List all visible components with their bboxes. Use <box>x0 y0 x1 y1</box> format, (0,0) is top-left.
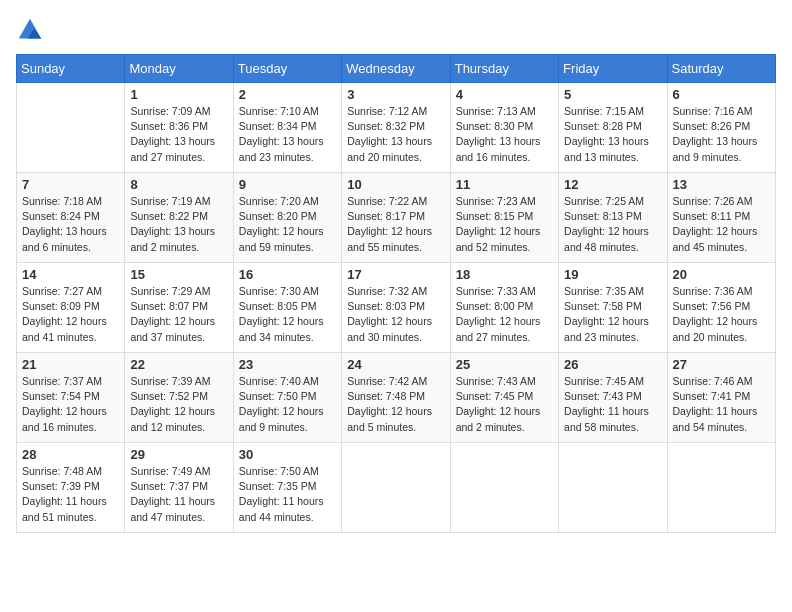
day-number: 15 <box>130 267 227 282</box>
week-row-5: 28Sunrise: 7:48 AM Sunset: 7:39 PM Dayli… <box>17 443 776 533</box>
calendar-cell: 3Sunrise: 7:12 AM Sunset: 8:32 PM Daylig… <box>342 83 450 173</box>
calendar-cell: 18Sunrise: 7:33 AM Sunset: 8:00 PM Dayli… <box>450 263 558 353</box>
logo <box>16 16 48 44</box>
day-number: 1 <box>130 87 227 102</box>
calendar-cell: 5Sunrise: 7:15 AM Sunset: 8:28 PM Daylig… <box>559 83 667 173</box>
calendar-header-row: SundayMondayTuesdayWednesdayThursdayFrid… <box>17 55 776 83</box>
calendar-header-sunday: Sunday <box>17 55 125 83</box>
calendar-cell: 8Sunrise: 7:19 AM Sunset: 8:22 PM Daylig… <box>125 173 233 263</box>
calendar-cell: 12Sunrise: 7:25 AM Sunset: 8:13 PM Dayli… <box>559 173 667 263</box>
calendar-cell: 6Sunrise: 7:16 AM Sunset: 8:26 PM Daylig… <box>667 83 775 173</box>
day-number: 8 <box>130 177 227 192</box>
day-info: Sunrise: 7:30 AM Sunset: 8:05 PM Dayligh… <box>239 284 336 345</box>
calendar-header-friday: Friday <box>559 55 667 83</box>
day-info: Sunrise: 7:26 AM Sunset: 8:11 PM Dayligh… <box>673 194 770 255</box>
day-info: Sunrise: 7:16 AM Sunset: 8:26 PM Dayligh… <box>673 104 770 165</box>
calendar-cell <box>667 443 775 533</box>
calendar-cell: 28Sunrise: 7:48 AM Sunset: 7:39 PM Dayli… <box>17 443 125 533</box>
day-number: 30 <box>239 447 336 462</box>
day-number: 21 <box>22 357 119 372</box>
day-info: Sunrise: 7:09 AM Sunset: 8:36 PM Dayligh… <box>130 104 227 165</box>
calendar-cell: 21Sunrise: 7:37 AM Sunset: 7:54 PM Dayli… <box>17 353 125 443</box>
day-number: 23 <box>239 357 336 372</box>
day-info: Sunrise: 7:46 AM Sunset: 7:41 PM Dayligh… <box>673 374 770 435</box>
day-info: Sunrise: 7:39 AM Sunset: 7:52 PM Dayligh… <box>130 374 227 435</box>
calendar-cell: 23Sunrise: 7:40 AM Sunset: 7:50 PM Dayli… <box>233 353 341 443</box>
day-number: 29 <box>130 447 227 462</box>
day-number: 7 <box>22 177 119 192</box>
calendar-cell: 29Sunrise: 7:49 AM Sunset: 7:37 PM Dayli… <box>125 443 233 533</box>
day-info: Sunrise: 7:33 AM Sunset: 8:00 PM Dayligh… <box>456 284 553 345</box>
week-row-2: 7Sunrise: 7:18 AM Sunset: 8:24 PM Daylig… <box>17 173 776 263</box>
day-number: 13 <box>673 177 770 192</box>
calendar-cell: 27Sunrise: 7:46 AM Sunset: 7:41 PM Dayli… <box>667 353 775 443</box>
day-number: 16 <box>239 267 336 282</box>
day-info: Sunrise: 7:12 AM Sunset: 8:32 PM Dayligh… <box>347 104 444 165</box>
day-info: Sunrise: 7:36 AM Sunset: 7:56 PM Dayligh… <box>673 284 770 345</box>
calendar-header-monday: Monday <box>125 55 233 83</box>
calendar-header-saturday: Saturday <box>667 55 775 83</box>
day-info: Sunrise: 7:15 AM Sunset: 8:28 PM Dayligh… <box>564 104 661 165</box>
calendar-cell <box>342 443 450 533</box>
calendar-cell: 25Sunrise: 7:43 AM Sunset: 7:45 PM Dayli… <box>450 353 558 443</box>
day-info: Sunrise: 7:40 AM Sunset: 7:50 PM Dayligh… <box>239 374 336 435</box>
calendar-cell: 24Sunrise: 7:42 AM Sunset: 7:48 PM Dayli… <box>342 353 450 443</box>
day-info: Sunrise: 7:32 AM Sunset: 8:03 PM Dayligh… <box>347 284 444 345</box>
day-number: 3 <box>347 87 444 102</box>
calendar-cell <box>17 83 125 173</box>
day-info: Sunrise: 7:20 AM Sunset: 8:20 PM Dayligh… <box>239 194 336 255</box>
day-number: 12 <box>564 177 661 192</box>
calendar-table: SundayMondayTuesdayWednesdayThursdayFrid… <box>16 54 776 533</box>
calendar-cell: 4Sunrise: 7:13 AM Sunset: 8:30 PM Daylig… <box>450 83 558 173</box>
day-info: Sunrise: 7:49 AM Sunset: 7:37 PM Dayligh… <box>130 464 227 525</box>
logo-icon <box>16 16 44 44</box>
calendar-cell: 26Sunrise: 7:45 AM Sunset: 7:43 PM Dayli… <box>559 353 667 443</box>
calendar-cell <box>559 443 667 533</box>
calendar-header-wednesday: Wednesday <box>342 55 450 83</box>
day-info: Sunrise: 7:43 AM Sunset: 7:45 PM Dayligh… <box>456 374 553 435</box>
day-number: 11 <box>456 177 553 192</box>
day-number: 18 <box>456 267 553 282</box>
day-info: Sunrise: 7:22 AM Sunset: 8:17 PM Dayligh… <box>347 194 444 255</box>
week-row-3: 14Sunrise: 7:27 AM Sunset: 8:09 PM Dayli… <box>17 263 776 353</box>
calendar-cell: 13Sunrise: 7:26 AM Sunset: 8:11 PM Dayli… <box>667 173 775 263</box>
calendar-cell: 9Sunrise: 7:20 AM Sunset: 8:20 PM Daylig… <box>233 173 341 263</box>
calendar-cell: 2Sunrise: 7:10 AM Sunset: 8:34 PM Daylig… <box>233 83 341 173</box>
calendar-cell: 10Sunrise: 7:22 AM Sunset: 8:17 PM Dayli… <box>342 173 450 263</box>
day-number: 10 <box>347 177 444 192</box>
day-number: 26 <box>564 357 661 372</box>
day-info: Sunrise: 7:13 AM Sunset: 8:30 PM Dayligh… <box>456 104 553 165</box>
calendar-cell: 7Sunrise: 7:18 AM Sunset: 8:24 PM Daylig… <box>17 173 125 263</box>
calendar-cell: 1Sunrise: 7:09 AM Sunset: 8:36 PM Daylig… <box>125 83 233 173</box>
day-number: 20 <box>673 267 770 282</box>
calendar-cell: 11Sunrise: 7:23 AM Sunset: 8:15 PM Dayli… <box>450 173 558 263</box>
calendar-header-thursday: Thursday <box>450 55 558 83</box>
header <box>16 16 776 44</box>
day-number: 4 <box>456 87 553 102</box>
day-number: 28 <box>22 447 119 462</box>
day-number: 19 <box>564 267 661 282</box>
week-row-4: 21Sunrise: 7:37 AM Sunset: 7:54 PM Dayli… <box>17 353 776 443</box>
day-info: Sunrise: 7:35 AM Sunset: 7:58 PM Dayligh… <box>564 284 661 345</box>
calendar-cell: 14Sunrise: 7:27 AM Sunset: 8:09 PM Dayli… <box>17 263 125 353</box>
day-number: 25 <box>456 357 553 372</box>
day-info: Sunrise: 7:37 AM Sunset: 7:54 PM Dayligh… <box>22 374 119 435</box>
day-info: Sunrise: 7:29 AM Sunset: 8:07 PM Dayligh… <box>130 284 227 345</box>
day-info: Sunrise: 7:25 AM Sunset: 8:13 PM Dayligh… <box>564 194 661 255</box>
calendar-cell: 15Sunrise: 7:29 AM Sunset: 8:07 PM Dayli… <box>125 263 233 353</box>
calendar-body: 1Sunrise: 7:09 AM Sunset: 8:36 PM Daylig… <box>17 83 776 533</box>
day-info: Sunrise: 7:23 AM Sunset: 8:15 PM Dayligh… <box>456 194 553 255</box>
day-number: 6 <box>673 87 770 102</box>
day-info: Sunrise: 7:18 AM Sunset: 8:24 PM Dayligh… <box>22 194 119 255</box>
day-info: Sunrise: 7:10 AM Sunset: 8:34 PM Dayligh… <box>239 104 336 165</box>
day-number: 24 <box>347 357 444 372</box>
calendar-cell: 19Sunrise: 7:35 AM Sunset: 7:58 PM Dayli… <box>559 263 667 353</box>
calendar-cell: 22Sunrise: 7:39 AM Sunset: 7:52 PM Dayli… <box>125 353 233 443</box>
day-number: 22 <box>130 357 227 372</box>
day-number: 9 <box>239 177 336 192</box>
calendar-cell <box>450 443 558 533</box>
day-number: 5 <box>564 87 661 102</box>
day-number: 17 <box>347 267 444 282</box>
day-number: 14 <box>22 267 119 282</box>
day-info: Sunrise: 7:42 AM Sunset: 7:48 PM Dayligh… <box>347 374 444 435</box>
